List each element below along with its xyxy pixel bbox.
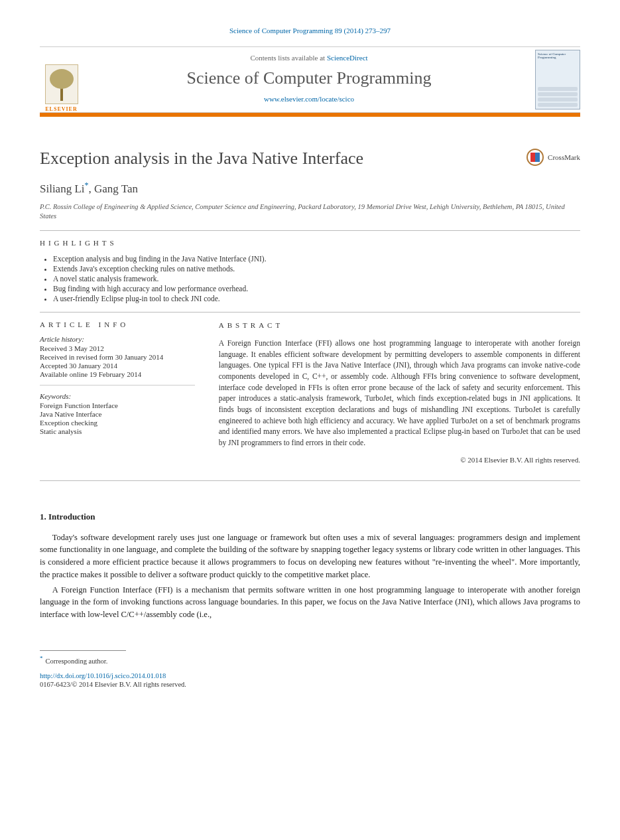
keywords-title: Keywords:	[40, 392, 195, 400]
section-heading: 1. Introduction	[40, 512, 580, 522]
header-accent-rule	[40, 113, 580, 117]
footnote-text: Corresponding author.	[46, 657, 108, 664]
citation-link[interactable]: Science of Computer Programming 89 (2014…	[229, 27, 391, 35]
body-paragraph: A Foreign Function Interface (FFI) is a …	[40, 584, 580, 621]
body-paragraph: Today's software development rarely uses…	[40, 531, 580, 581]
highlight-item: Exception analysis and bug finding in th…	[53, 255, 580, 263]
highlight-item: Bug finding with high accuracy and low p…	[53, 285, 580, 293]
footer-copyright: 0167-6423/© 2014 Elsevier B.V. All right…	[40, 681, 580, 688]
journal-title: Science of Computer Programming	[91, 68, 527, 88]
history-line: Received 3 May 2012	[40, 344, 195, 352]
journal-homepage-link[interactable]: www.elsevier.com/locate/scico	[264, 95, 354, 103]
highlights-heading: highlights	[40, 239, 580, 247]
article-title: Exception analysis in the Java Native In…	[40, 149, 363, 169]
contents-prefix: Contents lists available at	[250, 54, 326, 62]
article-info-column: article info Article history: Received 3…	[40, 320, 195, 466]
history-title: Article history:	[40, 335, 195, 343]
sciencedirect-link[interactable]: ScienceDirect	[327, 54, 368, 62]
divider	[40, 230, 580, 231]
abstract-copyright: © 2014 Elsevier B.V. All rights reserved…	[219, 455, 580, 466]
keyword: Foreign Function Interface	[40, 401, 195, 409]
journal-header: ELSEVIER Contents lists available at Sci…	[40, 46, 580, 113]
keyword: Exception checking	[40, 419, 195, 427]
author-separator: ,	[89, 182, 95, 195]
keyword: Java Native Interface	[40, 410, 195, 418]
section-number: 1.	[40, 512, 46, 522]
highlights-list: Exception analysis and bug finding in th…	[40, 255, 580, 303]
publisher-logo-block: ELSEVIER	[40, 47, 83, 112]
corresponding-footnote: *Corresponding author.	[40, 655, 580, 665]
author-1: Siliang Li	[40, 182, 85, 195]
authors-line: Siliang Li*, Gang Tan	[40, 180, 580, 196]
contents-lists-line: Contents lists available at ScienceDirec…	[91, 54, 527, 62]
crossmark-label: CrossMark	[548, 153, 580, 161]
keyword: Static analysis	[40, 427, 195, 435]
history-line: Available online 19 February 2014	[40, 370, 195, 378]
abstract-text: A Foreign Function Interface (FFI) allow…	[219, 338, 580, 449]
abstract-heading: abstract	[219, 320, 580, 331]
author-2: Gang Tan	[94, 182, 138, 195]
elsevier-tree-icon	[45, 64, 78, 104]
history-line: Received in revised form 30 January 2014	[40, 353, 195, 361]
highlight-item: A novel static analysis framework.	[53, 275, 580, 283]
footnote-star-icon: *	[40, 655, 43, 662]
publisher-name: ELSEVIER	[45, 106, 77, 112]
highlight-item: Extends Java's exception checking rules …	[53, 265, 580, 273]
header-citation[interactable]: Science of Computer Programming 89 (2014…	[40, 27, 580, 35]
history-line: Accepted 30 January 2014	[40, 362, 195, 370]
abstract-column: abstract A Foreign Function Interface (F…	[219, 320, 580, 466]
divider	[40, 312, 580, 313]
footnote-rule	[40, 650, 126, 651]
section-title: Introduction	[48, 512, 95, 522]
doi-link[interactable]: http://dx.doi.org/10.1016/j.scico.2014.0…	[40, 672, 580, 679]
crossmark-icon	[527, 149, 544, 166]
header-center: Contents lists available at ScienceDirec…	[91, 47, 527, 112]
divider	[40, 385, 195, 385]
crossmark-badge[interactable]: CrossMark	[527, 149, 580, 166]
affiliation: P.C. Rossin College of Engineering & App…	[40, 202, 580, 221]
article-info-heading: article info	[40, 320, 195, 328]
divider	[40, 480, 580, 481]
highlight-item: A user-friendly Eclipse plug-in tool to …	[53, 295, 580, 303]
cover-caption: Science of Computer Programming	[538, 52, 578, 59]
journal-cover-thumb[interactable]: Science of Computer Programming	[535, 47, 580, 112]
